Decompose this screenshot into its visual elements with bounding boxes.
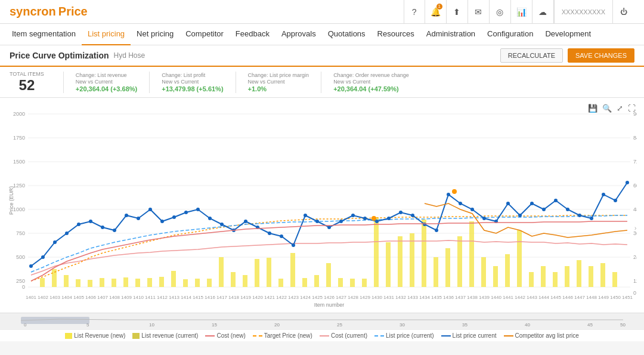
user-display: XXXXXXXXXX	[554, 0, 613, 24]
legend-list-price-current: List price (current)	[374, 332, 434, 339]
power-button[interactable]: ⏻	[613, 0, 634, 24]
svg-text:20: 20	[274, 322, 280, 328]
svg-text:1441: 1441	[503, 295, 513, 300]
svg-point-78	[53, 240, 57, 244]
svg-rect-33	[112, 279, 116, 287]
svg-rect-66	[505, 254, 510, 287]
svg-text:1432: 1432	[395, 295, 406, 300]
svg-text:45: 45	[587, 322, 593, 328]
svg-text:1426: 1426	[324, 295, 335, 300]
svg-point-90	[196, 208, 200, 211]
svg-text:1447: 1447	[574, 295, 585, 300]
svg-point-76	[29, 264, 33, 268]
svg-text:1443: 1443	[527, 295, 537, 300]
svg-text:1500: 1500	[13, 159, 25, 165]
nav-item-net-pricing[interactable]: Net pricing	[131, 24, 179, 45]
nav-item-list-pricing[interactable]: List pricing	[82, 24, 131, 45]
save-changes-button[interactable]: SAVE CHANGES	[568, 48, 634, 63]
svg-point-111	[447, 193, 450, 196]
svg-text:25: 25	[337, 322, 342, 328]
svg-point-101	[327, 226, 331, 229]
stat-revenue-value: +20,364.04 (+3.68%)	[76, 85, 137, 92]
stat-order-revenue: Change: Order revenue change New vs Curr…	[333, 72, 409, 92]
svg-text:1430: 1430	[371, 295, 382, 300]
recalculate-button[interactable]: RECALCULATE	[500, 48, 563, 63]
stat-profit-label: Change: List profit	[162, 72, 223, 78]
svg-text:1429: 1429	[360, 295, 370, 300]
chart-icon[interactable]: 📊	[511, 0, 532, 24]
target-icon[interactable]: ◎	[490, 0, 511, 24]
svg-rect-51	[326, 263, 331, 287]
cloud-icon[interactable]: ☁	[532, 0, 554, 24]
svg-rect-38	[171, 271, 176, 287]
svg-point-100	[315, 220, 319, 223]
nav-item-development[interactable]: Development	[539, 24, 597, 45]
nav-item-administration[interactable]: Administration	[420, 24, 481, 45]
svg-text:›: ›	[634, 225, 636, 231]
svg-text:1419: 1419	[240, 295, 251, 300]
bell-icon[interactable]: 🔔1	[425, 0, 447, 24]
x-axis-label: Item number	[314, 302, 345, 308]
nav-item-configuration[interactable]: Configuration	[481, 24, 539, 45]
chart-zoom-in-icon[interactable]: 🔍	[601, 103, 613, 114]
top-right: ? 🔔1 ⬆ ✉ ◎ 📊 ☁ XXXXXXXXXX ⏻	[404, 0, 634, 24]
nav-item-approvals[interactable]: Approvals	[275, 24, 322, 45]
chart-save-icon[interactable]: 💾	[587, 103, 599, 114]
stats-bar: Total items 52 Change: List revenue New …	[0, 67, 644, 98]
svg-rect-50	[314, 275, 319, 287]
svg-point-77	[41, 255, 45, 259]
nav-item-segmentation[interactable]: Item segmentation	[6, 24, 82, 45]
nav-item-resources[interactable]: Resources	[371, 24, 420, 45]
stat-profit-value: +13,479.98 (+5.61%)	[162, 85, 223, 92]
main-chart: 2000 1750 1500 1250 1000 750 500 250 0 9…	[7, 105, 637, 308]
svg-rect-44	[243, 275, 247, 287]
svg-rect-68	[529, 272, 534, 287]
svg-text:1440: 1440	[491, 295, 501, 300]
total-items-value: 52	[19, 77, 35, 94]
svg-text:1446: 1446	[562, 295, 573, 300]
svg-text:60k: 60k	[633, 183, 637, 189]
chart-expand-icon[interactable]: ⤢	[615, 103, 624, 114]
chart-fullscreen-icon[interactable]: ⛶	[627, 103, 637, 114]
nav-item-feedback[interactable]: Feedback	[230, 24, 275, 45]
svg-text:1250: 1250	[13, 183, 25, 189]
svg-text:1434: 1434	[419, 295, 430, 300]
stat-margin-value: +1.0%	[248, 85, 309, 92]
svg-text:48k: 48k	[633, 206, 637, 212]
logo: syncron Price	[10, 5, 88, 18]
svg-point-120	[554, 199, 558, 202]
svg-text:1421: 1421	[264, 295, 275, 300]
help-icon[interactable]: ?	[404, 0, 425, 24]
svg-text:1423: 1423	[288, 295, 299, 300]
scroll-thumb[interactable]	[21, 317, 89, 324]
legend-color-list-revenue-current	[132, 333, 140, 339]
svg-rect-63	[469, 221, 474, 287]
svg-text:2000: 2000	[13, 111, 25, 117]
svg-rect-53	[350, 279, 355, 287]
svg-text:0: 0	[633, 290, 636, 296]
svg-text:1449: 1449	[598, 295, 609, 300]
upload-icon[interactable]: ⬆	[447, 0, 468, 24]
svg-point-119	[542, 208, 546, 211]
nav-item-competitor[interactable]: Competitor	[179, 24, 230, 45]
mail-icon[interactable]: ✉	[468, 0, 490, 24]
svg-point-109	[423, 223, 426, 226]
svg-rect-64	[481, 257, 486, 287]
svg-rect-30	[76, 279, 80, 287]
svg-point-113	[470, 208, 474, 211]
svg-point-117	[518, 214, 522, 217]
chart-scroll[interactable]: 0 5 10 15 20 25 30 35 40 45 50	[0, 313, 644, 329]
svg-text:1433: 1433	[407, 295, 418, 300]
svg-text:50: 50	[620, 322, 626, 328]
svg-rect-70	[553, 272, 558, 287]
outlier-dot-1	[452, 189, 457, 194]
svg-point-108	[411, 214, 414, 217]
nav-item-quotations[interactable]: Quotations	[322, 24, 371, 45]
svg-text:1422: 1422	[276, 295, 287, 300]
y-axis-right: 96k 84k 72k 60k 48k 36k 24k 12k 0	[633, 111, 637, 296]
stat-divider-4	[321, 72, 321, 93]
legend-cost-new: Cost (new)	[205, 332, 245, 339]
legend-label-list-revenue-new: List Revenue (new)	[74, 332, 125, 339]
svg-point-97	[280, 234, 283, 238]
svg-rect-65	[493, 266, 498, 287]
